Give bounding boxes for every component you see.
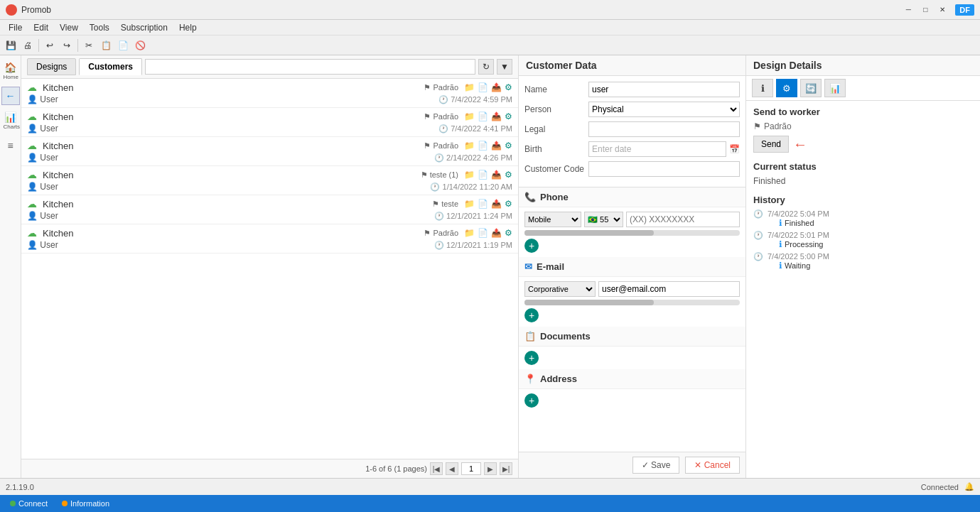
email-section-header[interactable]: ✉ E-mail (519, 257, 745, 277)
phone-input[interactable] (626, 212, 740, 227)
details-tab-info[interactable]: ℹ (752, 79, 773, 97)
settings-icon[interactable]: ⚙ (505, 82, 512, 92)
worker-tag-icon: ⚑ (753, 121, 761, 131)
legal-field[interactable] (588, 121, 740, 137)
redo-toolbar-button[interactable]: ↪ (59, 38, 75, 53)
save-toolbar-button[interactable]: 💾 (3, 38, 18, 53)
share-icon[interactable]: 📤 (491, 141, 502, 151)
phone-scrollbar[interactable] (524, 230, 740, 236)
sidebar-item-menu[interactable]: ≡ (1, 136, 20, 155)
minimize-button[interactable]: ─ (901, 4, 915, 16)
customer-form: Name Person Physical Legal Legal Birth 📅 (519, 76, 745, 187)
information-button[interactable]: Information (58, 498, 114, 509)
phone-type-select[interactable]: Mobile Home Work (524, 212, 581, 227)
email-scrollbar[interactable] (524, 300, 740, 305)
documents-icon: 📋 (524, 331, 536, 342)
filter-button[interactable]: ▼ (497, 59, 512, 75)
menu-help[interactable]: Help (173, 21, 203, 34)
copy-icon[interactable]: 📄 (478, 228, 488, 238)
folder-icon[interactable]: 📁 (464, 141, 475, 151)
tab-designs[interactable]: Designs (27, 58, 76, 75)
folder-icon[interactable]: 📁 (464, 170, 475, 180)
folder-icon[interactable]: 📁 (464, 82, 475, 92)
add-address-button[interactable]: + (524, 393, 539, 408)
close-button[interactable]: ✕ (935, 4, 949, 16)
menu-file[interactable]: File (3, 21, 28, 34)
copy-icon[interactable]: 📄 (478, 111, 488, 121)
phone-section-header[interactable]: 📞 Phone (519, 187, 745, 207)
connect-button[interactable]: Connect (6, 498, 52, 509)
settings-icon[interactable]: ⚙ (505, 141, 512, 151)
page-last-button[interactable]: ▶| (500, 462, 512, 475)
cancel-button[interactable]: ✕ Cancel (685, 457, 740, 474)
list-item[interactable]: ☁ Kitchen ⚑ teste (1) 📁 📄 📤 ⚙ 👤 User 🕐 1… (21, 166, 518, 195)
settings-icon[interactable]: ⚙ (505, 111, 512, 121)
history-label: ℹ Finished (768, 218, 829, 228)
email-type-select[interactable]: Corporative Personal (524, 281, 596, 297)
list-item[interactable]: ☁ Kitchen ⚑ Padrão 📁 📄 📤 ⚙ 👤 User 🕐 12/1… (21, 224, 518, 254)
refresh-button[interactable]: ↻ (478, 59, 494, 75)
folder-icon[interactable]: 📁 (464, 199, 475, 209)
list-item[interactable]: ☁ Kitchen ⚑ teste 📁 📄 📤 ⚙ 👤 User 🕐 12/1/… (21, 195, 518, 224)
copy-icon[interactable]: 📄 (478, 82, 488, 92)
paste-toolbar-button[interactable]: 📄 (115, 38, 131, 53)
sidebar-item-charts[interactable]: 📊 Charts (1, 108, 20, 134)
calendar-icon[interactable]: 📅 (729, 144, 740, 154)
customer-code-field[interactable] (588, 161, 740, 177)
delete-toolbar-button[interactable]: 🚫 (132, 38, 148, 53)
page-first-button[interactable]: |◀ (430, 462, 443, 475)
folder-icon[interactable]: 📁 (464, 228, 475, 238)
menu-tools[interactable]: Tools (84, 21, 115, 34)
save-button[interactable]: ✓ Save (632, 457, 680, 474)
cut-toolbar-button[interactable]: ✂ (81, 38, 97, 53)
print-toolbar-button[interactable]: 🖨 (20, 38, 36, 53)
share-icon[interactable]: 📤 (491, 228, 502, 238)
settings-icon[interactable]: ⚙ (505, 199, 512, 209)
bell-icon[interactable]: 🔔 (964, 482, 974, 491)
search-input[interactable] (145, 59, 475, 75)
item-name: Kitchen (43, 111, 418, 122)
page-prev-button[interactable]: ◀ (446, 462, 458, 475)
maximize-button[interactable]: □ (918, 4, 932, 16)
copy-icon[interactable]: 📄 (478, 170, 488, 180)
email-input[interactable] (598, 281, 740, 297)
share-icon[interactable]: 📤 (491, 82, 502, 92)
list-item[interactable]: ☁ Kitchen ⚑ Padrão 📁 📄 📤 ⚙ 👤 User 🕐 7/4/… (21, 108, 518, 137)
page-input[interactable] (461, 462, 481, 475)
share-icon[interactable]: 📤 (491, 111, 502, 121)
add-phone-button[interactable]: + (524, 239, 539, 253)
share-icon[interactable]: 📤 (491, 170, 502, 180)
person-select[interactable]: Physical Legal (588, 102, 740, 117)
sidebar-item-home[interactable]: 🏠 Home (1, 58, 20, 84)
add-email-button[interactable]: + (524, 308, 539, 322)
menu-edit[interactable]: Edit (28, 21, 54, 34)
user-badge: DF (955, 4, 974, 16)
folder-icon[interactable]: 📁 (464, 111, 475, 121)
tab-customers[interactable]: Customers (79, 58, 142, 75)
add-document-button[interactable]: + (524, 351, 539, 365)
settings-icon[interactable]: ⚙ (505, 170, 512, 180)
copy-toolbar-button[interactable]: 📋 (98, 38, 114, 53)
details-tab-settings[interactable]: ⚙ (776, 79, 797, 97)
sidebar-item-back[interactable]: ← (1, 87, 20, 105)
send-row: Send ← (753, 136, 973, 153)
list-item[interactable]: ☁ Kitchen ⚑ Padrão 📁 📄 📤 ⚙ 👤 User 🕐 2/14… (21, 137, 518, 166)
customer-footer: ✓ Save ✕ Cancel (519, 452, 745, 478)
menu-subscription[interactable]: Subscription (115, 21, 173, 34)
copy-icon[interactable]: 📄 (478, 199, 488, 209)
copy-icon[interactable]: 📄 (478, 141, 488, 151)
list-item[interactable]: ☁ Kitchen ⚑ Padrão 📁 📄 📤 ⚙ 👤 User 🕐 7/4/… (21, 79, 518, 108)
details-tab-chart[interactable]: 📊 (824, 79, 846, 97)
documents-section-header[interactable]: 📋 Documents (519, 327, 745, 347)
name-field[interactable] (588, 82, 740, 97)
settings-icon[interactable]: ⚙ (505, 228, 512, 238)
country-code-select[interactable]: 🇧🇷 55 🇺🇸 1 (584, 212, 623, 227)
send-button[interactable]: Send (753, 136, 789, 153)
share-icon[interactable]: 📤 (491, 199, 502, 209)
details-tab-history[interactable]: 🔄 (800, 79, 822, 97)
undo-toolbar-button[interactable]: ↩ (42, 38, 58, 53)
birth-field[interactable] (588, 141, 726, 157)
address-section-header[interactable]: 📍 Address (519, 369, 745, 389)
menu-view[interactable]: View (54, 21, 84, 34)
page-next-button[interactable]: ▶ (484, 462, 497, 475)
